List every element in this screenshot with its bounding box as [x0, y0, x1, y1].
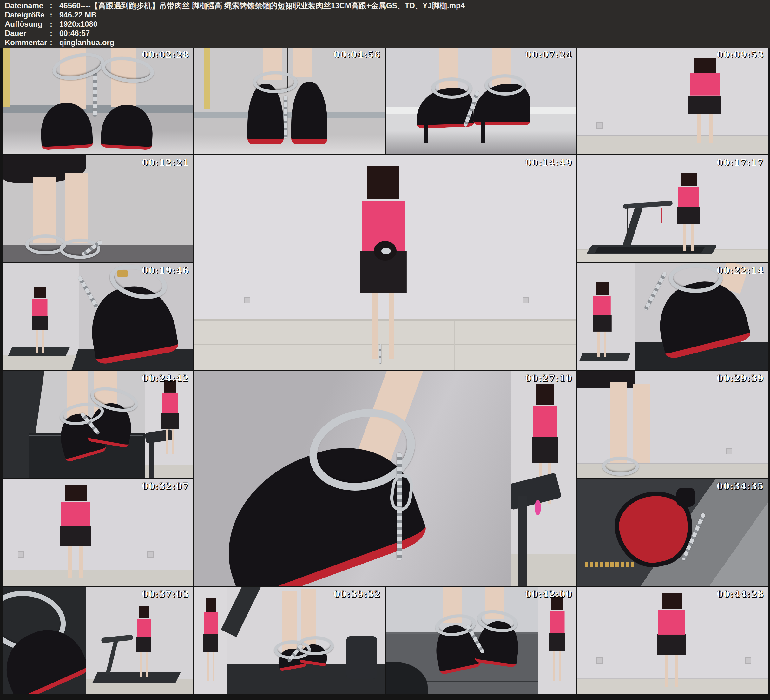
thumbnail-1: 00:02:28	[3, 48, 193, 154]
room-scene-panel	[86, 587, 193, 694]
meta-value-filesize: 946.22 MB	[59, 10, 770, 19]
wall-socket-shape	[522, 297, 529, 303]
meta-separator: :	[50, 38, 59, 47]
pip-inset	[511, 371, 576, 586]
thumbnail-image	[3, 479, 193, 586]
timestamp-overlay: 00:12:21	[142, 158, 189, 167]
heel-shape	[100, 104, 154, 150]
thumbnail-image	[194, 587, 385, 694]
thumbnail-image	[3, 156, 193, 262]
thumbnail-image	[578, 479, 768, 586]
yellow-pillar-shape	[204, 48, 210, 110]
thumbnail-image	[3, 263, 193, 370]
timestamp-overlay: 00:37:03	[142, 589, 189, 599]
thumbnail-9: 00:22:14	[578, 263, 768, 370]
treadmill-post-shape	[149, 437, 154, 478]
timestamp-overlay: 00:04:56	[333, 50, 381, 60]
pip-inset	[194, 587, 228, 694]
chain-shape	[379, 344, 381, 364]
thumbnail-11: 00:27:10	[194, 371, 576, 586]
thumbnail-2: 00:04:56	[194, 48, 385, 154]
timestamp-overlay: 00:17:17	[717, 158, 764, 167]
meta-label: Dateigröße	[5, 10, 50, 19]
floor-line-shape	[309, 321, 309, 370]
thumbnail-14: 00:34:35	[578, 479, 768, 586]
figure-shape	[682, 58, 728, 144]
thumbnail-16: 00:39:32	[194, 587, 385, 694]
meta-separator: :	[50, 10, 59, 19]
timestamp-overlay: 00:42:00	[525, 589, 573, 599]
wall-socket-shape	[147, 551, 154, 558]
ankle-cuff-shape	[253, 71, 298, 93]
figure-shape	[652, 593, 692, 687]
thumbnail-5: 00:12:21	[3, 156, 193, 262]
thumbnail-4: 00:09:53	[578, 48, 768, 154]
thumbnail-image	[386, 587, 576, 694]
chain-shape	[93, 69, 97, 117]
thumbnail-7: 00:17:17	[578, 156, 768, 262]
meta-value-comment: qinglanhua.org	[59, 38, 770, 47]
floor-line-shape	[454, 321, 455, 370]
thumbnail-8: 00:19:46	[3, 263, 193, 370]
timestamp-overlay: 00:14:49	[525, 158, 573, 167]
thumbnail-image	[194, 156, 576, 370]
ankle-cuff-shape	[485, 74, 526, 96]
meta-separator: :	[50, 19, 59, 29]
thumbnail-17: 00:42:00	[386, 587, 576, 694]
heel-block-shape	[676, 488, 696, 507]
yellow-pillar-shape	[3, 48, 10, 107]
meta-label: Kommentar	[5, 38, 50, 47]
figure-shape	[29, 287, 52, 353]
handcuff-shape	[381, 248, 391, 254]
ankle-cuff-shape	[50, 49, 107, 84]
thumbnail-image	[578, 587, 768, 694]
wall-socket-shape	[597, 122, 603, 128]
leg-shape	[33, 177, 56, 243]
meta-label: Auflösung	[5, 19, 50, 29]
thumbnail-15: 00:37:03	[3, 587, 193, 694]
thumbnail-grid: 00:02:28 00:04:56	[3, 48, 768, 694]
figure-shape	[54, 486, 98, 578]
figure-shape	[546, 596, 569, 681]
timestamp-overlay: 00:44:28	[717, 589, 764, 599]
meta-value-resolution: 1920x1080	[59, 19, 770, 29]
figure-shape	[200, 598, 222, 681]
timestamp-overlay: 00:34:35	[717, 481, 764, 491]
timestamp-overlay: 00:09:53	[717, 50, 764, 60]
figure-shape	[351, 166, 416, 359]
wall-socket-shape	[18, 551, 24, 558]
safety-cord-shape	[661, 208, 662, 223]
wall-socket-shape	[597, 658, 603, 664]
timestamp-overlay: 00:32:07	[142, 481, 189, 491]
wall-socket-shape	[726, 448, 732, 454]
thumbnail-10: 00:24:42	[3, 371, 193, 478]
leg-shape	[293, 48, 312, 78]
leg-shape	[610, 382, 627, 463]
thumbnail-image	[578, 156, 768, 262]
meta-label: Dauer	[5, 29, 50, 38]
metadata-header: Dateiname : 46560----【高跟遇到跑步机】吊带肉丝 脚枷强高 …	[0, 0, 770, 48]
timestamp-overlay: 00:29:39	[717, 373, 764, 383]
brass-lock-shape	[117, 270, 128, 277]
meta-value-filename: 46560----【高跟遇到跑步机】吊带肉丝 脚枷强高 绳索铐镣禁锢的短裙职业装…	[59, 1, 770, 10]
thumbnail-12: 00:29:39	[578, 371, 768, 478]
timestamp-overlay: 00:24:42	[142, 373, 189, 383]
thumbnail-image	[3, 48, 193, 154]
chain-shape	[284, 96, 288, 138]
thumbnail-image	[3, 371, 193, 478]
thumbnail-13: 00:32:07	[3, 479, 193, 586]
thumbnail-6: 00:14:49	[194, 156, 576, 370]
thumbnail-18: 00:44:28	[578, 587, 768, 694]
thumbnail-image	[3, 587, 193, 694]
meta-label: Dateiname	[5, 1, 50, 10]
wall-socket-shape	[244, 297, 250, 303]
stiletto-heel-shape	[481, 118, 485, 144]
pip-inset	[145, 371, 193, 478]
wall-socket-shape	[745, 658, 751, 664]
thumbnail-image	[194, 371, 576, 586]
meta-separator: :	[50, 1, 59, 10]
treadmill-post-shape	[623, 207, 642, 248]
pink-tag-shape	[535, 500, 541, 515]
ankle-cuff-shape	[602, 457, 639, 476]
meta-row-kommentar: Kommentar : qinglanhua.org	[0, 38, 770, 47]
